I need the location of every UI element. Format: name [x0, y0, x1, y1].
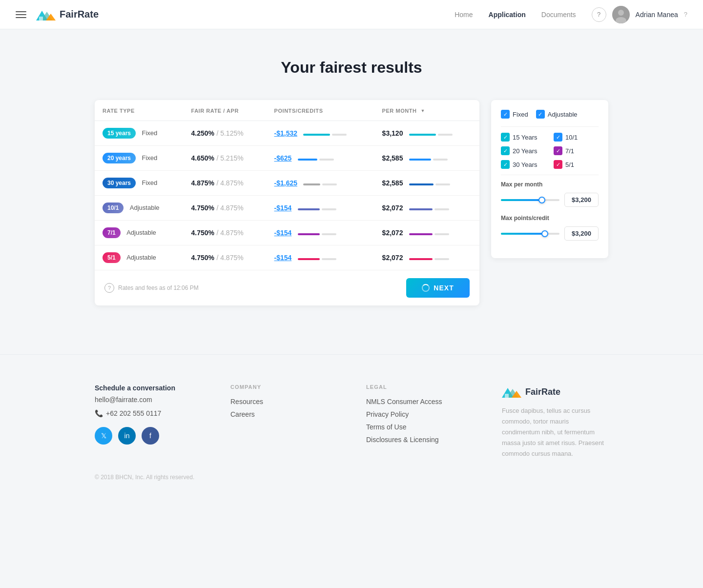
type-filter-row: ✓ Fixed ✓ Adjustable [501, 110, 599, 119]
per-month-bar [409, 233, 449, 235]
fair-rate-val: 4.650% [191, 154, 214, 162]
nav-right: ? Adrian Manea ? [592, 6, 687, 23]
footer-inner: Schedule a conversation hello@fairrate.c… [83, 384, 620, 459]
company-title: COMPANY [230, 384, 337, 390]
fair-rate-val: 4.875% [191, 179, 214, 187]
30y-checkbox[interactable]: ✓ [501, 160, 510, 169]
filter-20y[interactable]: ✓ 20 Years [501, 146, 546, 155]
per-month-bar [409, 258, 449, 260]
type-label: Adjustable [130, 204, 160, 211]
per-month-val: $2,072 [382, 204, 403, 212]
user-help-icon[interactable]: ? [684, 11, 687, 18]
col-per-month[interactable]: PER MONTH ▼ [374, 100, 479, 121]
5-1-checkbox[interactable]: ✓ [554, 160, 562, 169]
points-bar [298, 208, 336, 210]
facebook-icon[interactable]: f [142, 427, 159, 445]
fair-rate-cell: 4.750% / 4.875% [183, 196, 266, 221]
footer-contact-col: Schedule a conversation hello@fairrate.c… [95, 384, 201, 459]
results-table-section: RATE TYPE FAIR RATE / APR POINTS/CREDITS… [95, 100, 479, 305]
points-val[interactable]: -$1,532 [274, 129, 297, 137]
type-label: Adjustable [126, 229, 156, 236]
footer-terms[interactable]: Terms of Use [366, 423, 473, 431]
points-val[interactable]: -$154 [274, 229, 292, 237]
footer-privacy[interactable]: Privacy Policy [366, 410, 473, 418]
nav-home[interactable]: Home [455, 11, 473, 19]
filter-5-1[interactable]: ✓ 5/1 [554, 160, 599, 169]
fair-rate-val: 4.750% [191, 229, 214, 237]
filter-30y[interactable]: ✓ 30 Years [501, 160, 546, 169]
20y-checkbox[interactable]: ✓ [501, 146, 510, 155]
points-val[interactable]: -$1,625 [274, 179, 297, 187]
rate-badge: 7/1 [103, 227, 121, 238]
menu-icon[interactable] [16, 11, 26, 18]
points-slider-fill [501, 233, 545, 235]
filter-fixed[interactable]: ✓ Fixed [501, 110, 528, 119]
points-slider-track[interactable] [501, 233, 559, 235]
phone-icon: 📞 [95, 409, 103, 417]
rate-badge: 5/1 [103, 252, 121, 263]
table-row: 20 years Fixed 4.650% / 5.215% -$625 $2,… [95, 146, 479, 171]
fair-rate-cell: 4.250% / 5.125% [183, 121, 266, 146]
info-icon: ? [104, 283, 114, 293]
svg-point-5 [618, 10, 624, 16]
user-name: Adrian Manea [636, 11, 678, 19]
type-label: Adjustable [126, 254, 156, 261]
apr-val: / 4.875% [216, 204, 243, 212]
points-val[interactable]: -$154 [274, 254, 292, 262]
brand-name: FairRate [60, 9, 99, 20]
rate-type-cell: 15 years Fixed [95, 121, 183, 146]
per-month-input[interactable] [564, 193, 599, 207]
points-val[interactable]: -$625 [274, 154, 292, 162]
15y-checkbox[interactable]: ✓ [501, 133, 510, 142]
twitter-icon[interactable]: 𝕏 [95, 427, 112, 445]
fixed-checkbox[interactable]: ✓ [501, 110, 510, 119]
per-month-val: $2,072 [382, 229, 403, 237]
adjustable-checkbox[interactable]: ✓ [536, 110, 545, 119]
points-cell: -$154 [267, 221, 374, 245]
footer-nmls[interactable]: NMLS Consumer Access [366, 398, 473, 406]
brand-logo[interactable]: FairRate [36, 7, 99, 22]
table-footer: ? Rates and fees as of 12:06 PM NEXT [95, 270, 479, 305]
max-per-month-label: Max per month [501, 181, 599, 188]
schedule-label: Schedule a conversation [95, 384, 201, 392]
nav-documents[interactable]: Documents [541, 11, 576, 19]
footer-email[interactable]: hello@fairrate.com [95, 396, 201, 404]
col-fair-rate: FAIR RATE / APR [183, 100, 266, 121]
rate-badge: 20 years [103, 153, 136, 163]
social-icons: 𝕏 in f [95, 427, 201, 445]
per-month-cell: $2,585 [374, 171, 479, 196]
footer-brand-col: FairRate Fusce dapibus, tellus ac cursus… [502, 384, 608, 459]
apr-val: / 5.125% [216, 129, 243, 137]
per-month-slider-track[interactable] [501, 199, 559, 201]
table-row: 30 years Fixed 4.875% / 4.875% -$1,625 $… [95, 171, 479, 196]
fair-rate-val: 4.750% [191, 204, 214, 212]
nav-application[interactable]: Application [489, 11, 526, 19]
footer-disclosures[interactable]: Disclosures & Licensing [366, 436, 473, 444]
filter-15y[interactable]: ✓ 15 Years [501, 133, 546, 142]
points-bar [298, 159, 334, 161]
filter-panel: ✓ Fixed ✓ Adjustable ✓ 15 Years ✓ 10/1 [491, 100, 608, 258]
points-input[interactable] [564, 226, 599, 241]
help-button[interactable]: ? [592, 7, 606, 22]
loading-spinner [422, 284, 430, 292]
points-val[interactable]: -$154 [274, 204, 292, 212]
svg-rect-3 [39, 17, 43, 20]
10-1-checkbox[interactable]: ✓ [554, 133, 562, 142]
filter-10-1[interactable]: ✓ 10/1 [554, 133, 599, 142]
footer-careers[interactable]: Careers [230, 410, 337, 418]
linkedin-icon[interactable]: in [118, 427, 136, 445]
per-month-slider-thumb[interactable] [538, 197, 545, 203]
type-label: Fixed [142, 179, 158, 186]
next-button[interactable]: NEXT [406, 278, 470, 298]
points-slider-thumb[interactable] [541, 230, 548, 237]
rate-badge: 15 years [103, 128, 136, 139]
7-1-checkbox[interactable]: ✓ [554, 146, 562, 155]
filter-7-1[interactable]: ✓ 7/1 [554, 146, 599, 155]
legal-title: LEGAL [366, 384, 473, 390]
footer-resources[interactable]: Resources [230, 398, 337, 406]
avatar [612, 6, 630, 23]
filter-adjustable[interactable]: ✓ Adjustable [536, 110, 578, 119]
per-month-cell: $2,072 [374, 221, 479, 245]
per-month-slider-fill [501, 199, 542, 201]
points-cell: -$625 [267, 146, 374, 171]
